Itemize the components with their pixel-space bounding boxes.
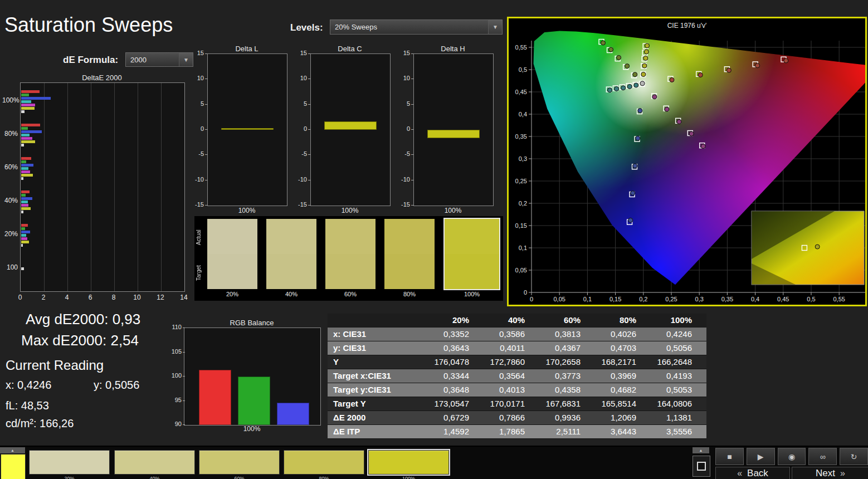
measured-marker — [689, 131, 694, 136]
cie-diagram-panel: 00,050,10,150,20,250,30,350,40,450,50,55… — [507, 17, 867, 306]
y-tick-label: 5 — [396, 100, 410, 107]
measured-marker — [627, 84, 632, 89]
measured-marker — [644, 50, 648, 54]
measured-marker — [636, 136, 640, 140]
measured-marker — [784, 58, 788, 63]
delta-l-plot-area — [207, 53, 287, 206]
loop-button[interactable]: ↻ — [840, 448, 868, 465]
de-bar — [21, 234, 26, 237]
y-group-label: 40% — [2, 197, 18, 204]
y-tick-label: 105 — [167, 348, 182, 355]
rgb-balance-chart: 1101051009590 — [167, 328, 321, 424]
y-tick-mark — [411, 79, 413, 79]
table-header-row: 20%40%60%80%100% — [328, 314, 706, 328]
de-bar — [21, 231, 30, 233]
de-bar — [21, 227, 25, 230]
patch-window-button[interactable] — [693, 456, 710, 477]
y-tick-mark — [411, 104, 413, 105]
de-formula-dropdown[interactable]: 2000 ▼ — [125, 52, 193, 67]
delta-bar — [427, 130, 480, 138]
table-cell: 1,1381 — [651, 411, 706, 424]
next-button[interactable]: Next » — [792, 467, 868, 479]
y-tick-label: 15 — [292, 50, 307, 56]
y-tick-label: -10 — [189, 176, 204, 183]
levels-dropdown[interactable]: 20% Sweeps ▼ — [330, 19, 503, 35]
record-button[interactable]: ◉ — [778, 448, 806, 465]
patch-tile[interactable] — [207, 219, 257, 289]
patch-tile[interactable] — [325, 219, 376, 289]
column-header — [328, 314, 428, 327]
de-bar — [21, 174, 33, 177]
y-tick-label: 0,3 — [519, 155, 527, 162]
actual-swatch — [266, 219, 316, 254]
y-tick-mark — [205, 205, 207, 206]
sweep-level-tile[interactable] — [29, 450, 110, 475]
y-tick-label: 0 — [524, 289, 527, 296]
patch-tile-label: 20% — [207, 291, 257, 297]
table-cell: 0,4011 — [484, 341, 539, 355]
y-tick-label: 15 — [396, 50, 410, 56]
y-tick-mark — [308, 79, 310, 79]
current-reading-heading: Current Reading — [6, 358, 104, 373]
de-bar — [21, 94, 29, 96]
y-tick-label: 0,35 — [515, 133, 527, 140]
de-bar — [21, 157, 31, 160]
continuous-button[interactable]: ∞ — [808, 448, 837, 465]
sweep-level-tile[interactable] — [199, 450, 280, 475]
de-bar — [21, 134, 30, 136]
back-button[interactable]: « Back — [715, 467, 790, 479]
actual-swatch — [445, 219, 499, 254]
record-icon: ◉ — [788, 452, 795, 461]
rgb-balance-plot-area — [184, 328, 321, 426]
de-bar — [21, 190, 30, 193]
row-label: x: CIE31 — [328, 328, 428, 341]
y-tick-mark — [205, 79, 207, 79]
patch-tile[interactable] — [266, 219, 316, 289]
table-cell: 0,4026 — [595, 328, 651, 341]
sweep-level-tile[interactable] — [114, 450, 195, 475]
target-swatch — [325, 254, 376, 289]
measured-marker — [628, 218, 633, 222]
y-tick-label: 0,5 — [519, 66, 527, 73]
measured-marker — [670, 77, 674, 82]
y-tick-label: 0,2 — [519, 200, 527, 207]
measured-marker — [645, 43, 650, 48]
measured-marker — [701, 144, 705, 149]
x-tick-label: 12 — [154, 294, 167, 301]
measured-marker — [625, 64, 630, 69]
chevron-up-icon[interactable]: ▲ — [0, 447, 25, 453]
sweep-level-label: 40% — [114, 476, 195, 479]
patch-tile-label: 60% — [325, 291, 376, 297]
x-tick-label: 0,1 — [583, 296, 592, 302]
sweep-level-tile[interactable] — [368, 450, 449, 475]
table-cell: 172,7860 — [484, 355, 539, 369]
de-bar — [21, 140, 35, 143]
chevron-right-icon: » — [840, 468, 845, 478]
stop-button[interactable]: ■ — [715, 448, 744, 465]
column-header: 100% — [651, 314, 706, 327]
sweep-level-tile[interactable] — [284, 450, 364, 475]
grid-line — [44, 83, 45, 291]
y-tick-mark — [308, 129, 310, 130]
x-tick-label: 0,45 — [777, 296, 789, 302]
patch-tile[interactable] — [445, 219, 499, 289]
patch-tile[interactable] — [384, 219, 435, 289]
y-tick-label: -10 — [396, 176, 410, 183]
target-label: Target — [196, 256, 202, 290]
play-button[interactable]: ▶ — [747, 448, 775, 465]
measured-marker — [755, 63, 760, 68]
table-row: Target Y173,0547170,0171167,6831165,8514… — [328, 397, 706, 411]
chevron-down-icon: ▼ — [488, 20, 502, 34]
de-bar — [21, 237, 27, 240]
measured-marker — [617, 55, 621, 60]
target-swatch — [445, 254, 499, 289]
de-bar — [21, 107, 35, 110]
table-cell: 0,4013 — [484, 383, 539, 397]
y-tick-label: -5 — [396, 150, 410, 157]
levels-value: 20% Sweeps — [335, 23, 377, 31]
delta-bar — [324, 121, 377, 130]
chevron-up-icon[interactable]: ▲ — [693, 447, 709, 453]
x-tick-label: 0 — [14, 294, 26, 301]
current-patch-swatch[interactable] — [1, 454, 26, 479]
x-tick-label: 0,5 — [807, 296, 815, 302]
